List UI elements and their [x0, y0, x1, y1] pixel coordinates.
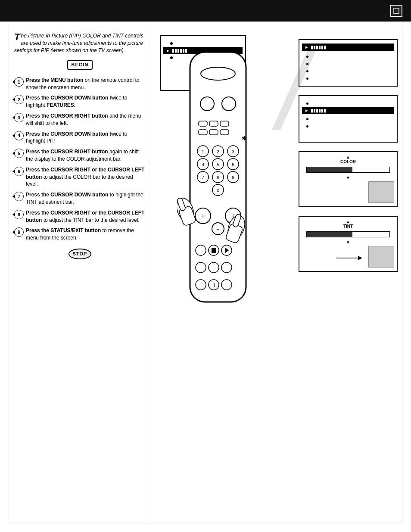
step-text-5: Press the CURSOR RIGHT button again to s… — [26, 148, 146, 163]
step-num-5: 5 — [14, 149, 24, 158]
screen5-arrow-up: ▲ — [302, 219, 394, 224]
svg-text:8: 8 — [217, 175, 219, 180]
screen4-arrow-up: ▲ — [302, 155, 394, 159]
top-bar — [0, 0, 411, 22]
main-content: T he Picture-in-Picture (PIP) COLOR and … — [9, 26, 402, 523]
screen-2: ► ▮▮▮▮▮▮ — [299, 39, 398, 87]
left-panel: T he Picture-in-Picture (PIP) COLOR and … — [9, 26, 151, 523]
step-text-7: Press the CURSOR DOWN button to highligh… — [26, 191, 146, 206]
svg-rect-6 — [199, 121, 207, 126]
step-num-6: 6 — [14, 167, 24, 176]
screen-5: ▲ TINT ▼ — [299, 216, 398, 272]
screen4-slider — [306, 167, 390, 173]
svg-point-39 — [196, 245, 206, 255]
svg-text:1: 1 — [202, 149, 204, 154]
begin-wrap: BEGIN — [14, 58, 146, 73]
step-text-8: Press the CURSOR RIGHT or the CURSOR LEF… — [26, 209, 146, 224]
step-9: 9 Press the STATUS/EXIT button to remove… — [14, 227, 146, 242]
svg-rect-8 — [220, 121, 229, 126]
step-num-4: 4 — [14, 131, 24, 140]
step-text-6: Press the CURSOR RIGHT or the CURSOR LEF… — [26, 166, 146, 188]
svg-point-5 — [222, 97, 236, 111]
intro-body: he Picture-in-Picture (PIP) COLOR and TI… — [14, 33, 143, 53]
step-5: 5 Press the CURSOR RIGHT button again to… — [14, 148, 146, 163]
step-2: 2 Press the CURSOR DOWN button twice to … — [14, 94, 146, 109]
screen4-slider-fill — [307, 167, 352, 172]
step-3: 3 Press the CURSOR RIGHT button and the … — [14, 112, 146, 127]
step-text-4: Press the CURSOR DOWN button twice to hi… — [26, 131, 146, 145]
step-num-3: 3 — [14, 113, 24, 122]
svg-marker-58 — [358, 256, 362, 260]
step-4: 4 Press the CURSOR DOWN button twice to … — [14, 131, 146, 145]
screen5-arrow-down: ▼ — [302, 240, 394, 245]
arrow-to-subbox — [336, 252, 362, 264]
svg-rect-0 — [394, 8, 399, 13]
screen3-pip-bar: ► ▮▮▮▮▮▮ — [302, 107, 394, 114]
svg-text:9: 9 — [232, 175, 234, 180]
step-text-1: Press the MENU button on the remote cont… — [26, 77, 146, 91]
step-num-7: 7 — [14, 192, 24, 201]
screen-4: ▲ COLOR ▼ — [299, 151, 398, 207]
svg-text:2: 2 — [217, 149, 219, 154]
stop-badge: STOP — [68, 249, 92, 259]
right-panel: ► ▮▮▮▮▮▮ — [151, 26, 402, 523]
svg-text:5: 5 — [217, 162, 219, 167]
svg-point-45 — [209, 262, 219, 273]
svg-rect-11 — [220, 130, 229, 135]
screen4-pip-preview — [368, 181, 394, 203]
svg-point-49 — [221, 280, 232, 290]
svg-text:✱: ✱ — [242, 135, 247, 142]
step-1: 1 Press the MENU button on the remote co… — [14, 77, 146, 91]
begin-badge: BEGIN — [67, 60, 93, 70]
svg-text:3: 3 — [232, 149, 234, 154]
svg-point-4 — [200, 97, 214, 111]
screen2-features-bar: ► ▮▮▮▮▮▮ — [302, 44, 394, 51]
step-text-2: Press the CURSOR DOWN button twice to hi… — [26, 94, 146, 109]
svg-rect-10 — [209, 130, 218, 135]
svg-rect-41 — [212, 248, 216, 253]
svg-point-44 — [196, 262, 206, 273]
step-8: 8 Press the CURSOR RIGHT or the CURSOR L… — [14, 209, 146, 224]
page-indicator — [390, 5, 402, 17]
screen-3: ► ▮▮▮▮▮▮ — [299, 95, 398, 143]
svg-rect-7 — [209, 121, 218, 126]
step-num-8: 8 — [14, 210, 24, 219]
screen4-arrow-down: ▼ — [302, 175, 394, 180]
big-letter: T — [14, 32, 20, 42]
svg-text:−: − — [217, 227, 219, 232]
svg-point-47 — [196, 280, 206, 290]
step-text-9: Press the STATUS/EXIT button to remove t… — [26, 227, 146, 242]
remote-illustration: 1 2 3 4 5 6 7 8 9 0 ✱ — [160, 48, 272, 371]
svg-text:4: 4 — [202, 162, 204, 167]
stop-wrap: STOP — [14, 245, 146, 259]
screen5-slider — [306, 231, 390, 237]
screen5-slider-fill — [307, 232, 352, 237]
step-num-2: 2 — [14, 95, 24, 104]
svg-text:6: 6 — [232, 162, 234, 167]
intro-text: T he Picture-in-Picture (PIP) COLOR and … — [14, 32, 146, 54]
screen5-pip-preview — [368, 246, 394, 268]
step-6: 6 Press the CURSOR RIGHT or the CURSOR L… — [14, 166, 146, 188]
svg-point-46 — [221, 262, 232, 273]
svg-rect-9 — [199, 130, 207, 135]
step-7: 7 Press the CURSOR DOWN button to highli… — [14, 191, 146, 206]
step-num-9: 9 — [14, 227, 24, 237]
step-num-1: 1 — [14, 77, 24, 87]
screen4-label: COLOR — [302, 159, 394, 164]
svg-text:0: 0 — [217, 188, 219, 193]
screen5-label: TINT — [302, 224, 394, 229]
svg-text:+: + — [201, 212, 205, 219]
svg-text:7: 7 — [202, 175, 204, 180]
svg-text:II: II — [212, 283, 215, 288]
step-text-3: Press the CURSOR RIGHT button and the me… — [26, 112, 146, 127]
